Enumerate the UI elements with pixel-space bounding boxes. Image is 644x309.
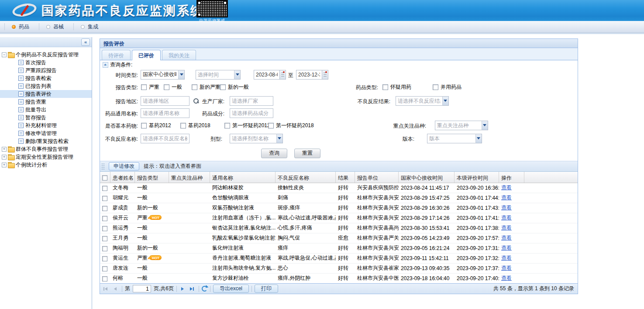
- refresh-icon[interactable]: [202, 286, 207, 292]
- row-checkbox[interactable]: [102, 216, 107, 221]
- tree-expander-icon[interactable]: +: [2, 163, 7, 167]
- table-row[interactable]: 陶福明 新的一般 氯化钾注射液 瘙痒 好转 桂林市兴安县兴安两... 2023-…: [100, 243, 578, 253]
- menu-item-drug[interactable]: 药品: [4, 23, 39, 30]
- sidebar-tree-item[interactable]: + 群体不良事件报告管理: [0, 145, 92, 153]
- row-checkbox[interactable]: [102, 206, 107, 211]
- sidebar-tree-item[interactable]: 报告查重: [0, 98, 92, 106]
- result-select[interactable]: [396, 96, 449, 106]
- col-generic-name[interactable]: 通用名称: [210, 172, 276, 183]
- focus-species-select[interactable]: [435, 121, 488, 130]
- sidebar-tree-item[interactable]: 报告表评价: [0, 90, 92, 98]
- sidebar-tree-item[interactable]: 报告表检索: [0, 74, 92, 82]
- calendar-icon[interactable]: [280, 70, 286, 80]
- chevron-down-icon[interactable]: [178, 70, 185, 80]
- checkbox-first-suspect-2012[interactable]: [224, 123, 230, 128]
- focus-species-input[interactable]: [435, 121, 482, 130]
- checkbox-severe[interactable]: [141, 84, 147, 90]
- col-focus-species[interactable]: 重点关注品种: [169, 172, 210, 183]
- view-link[interactable]: 查看: [501, 225, 512, 231]
- manufacturer-input[interactable]: [230, 96, 273, 106]
- table-row[interactable]: 王月勇 一般 乳酸左氧氟沙星氯化钠注射液 胸闷,气促 痊愈 桂林市兴安县严关镇.…: [100, 233, 578, 243]
- view-link[interactable]: 查看: [501, 275, 512, 281]
- time-select-input[interactable]: [196, 70, 234, 80]
- col-reaction-name[interactable]: 不良反应名称: [276, 172, 336, 183]
- tree-expander-icon[interactable]: +: [2, 147, 7, 152]
- table-row[interactable]: 唐发连 一般 注射用头孢呋辛钠,复方氨... 恶心 好转 桂林市兴安县崔家乡..…: [100, 264, 578, 274]
- last-page-icon[interactable]: [189, 285, 196, 292]
- checkbox-general[interactable]: [164, 84, 169, 90]
- table-row[interactable]: 何榕 一般 复方沙棘籽油栓 瘙痒,外阴红肿 好转 桂林市兴安县中医医院 2023…: [100, 274, 578, 283]
- sidebar-tree-item[interactable]: 删除/重复报告检索: [0, 137, 92, 145]
- view-link[interactable]: 查看: [501, 245, 512, 251]
- sidebar-tree-item[interactable]: 暂存报告: [0, 114, 92, 122]
- generic-name-input[interactable]: [141, 108, 189, 118]
- sidebar-tree-item[interactable]: 首次报告: [0, 59, 92, 66]
- next-page-icon[interactable]: [179, 285, 186, 292]
- table-row[interactable]: 文冬梅 一般 阿达帕林凝胶 接触性皮炎 好转 兴安县疾病预防控制... 2023…: [100, 183, 578, 193]
- dosage-form-select[interactable]: [230, 134, 283, 143]
- collapse-section-icon[interactable]: «: [103, 62, 108, 68]
- table-row[interactable]: 熊运秀 一般 银杏达莫注射液,氯化钠注... 心慌,多汗,疼痛 好转 桂林市兴安…: [100, 223, 578, 233]
- sidebar-tree-item[interactable]: 批量导出: [0, 106, 92, 114]
- sidebar-tree-item[interactable]: 已报告列表: [0, 82, 92, 90]
- table-row[interactable]: 侯开云 严重HOT 注射用血塞通（冻干）,氯... 寒战,心动过速,呼吸困难,高…: [100, 213, 578, 223]
- row-checkbox[interactable]: [102, 226, 107, 231]
- col-received-time[interactable]: 国家中心接收时间: [399, 172, 455, 183]
- time-type-select[interactable]: [141, 70, 185, 80]
- version-select[interactable]: [427, 134, 482, 143]
- tree-expander-icon[interactable]: +: [2, 155, 7, 160]
- menu-item-integration[interactable]: 集成: [73, 23, 108, 30]
- dosage-form-input[interactable]: [230, 134, 276, 143]
- sidebar-tree-item[interactable]: + 定期安全性更新报告管理: [0, 153, 92, 161]
- row-checkbox[interactable]: [102, 246, 107, 251]
- view-link[interactable]: 查看: [501, 235, 512, 241]
- sidebar-collapse-button[interactable]: «: [81, 38, 90, 46]
- view-link[interactable]: 查看: [501, 215, 512, 221]
- tab-evaluated[interactable]: 已评价: [132, 50, 161, 60]
- prev-page-icon[interactable]: [112, 285, 119, 292]
- export-excel-button[interactable]: 导出excel: [213, 285, 249, 293]
- sidebar-tree-item[interactable]: + 个例统计分析: [0, 161, 92, 169]
- sidebar-tree-item[interactable]: 修改申请管理: [0, 129, 92, 137]
- table-row[interactable]: 胡耀元 一般 色甘酸钠滴眼液 刺痛 好转 桂林市兴安县兴安两... 2023-0…: [100, 193, 578, 203]
- view-link[interactable]: 查看: [501, 184, 512, 191]
- checkbox-essential-2012[interactable]: [141, 123, 147, 128]
- reaction-name-input[interactable]: [141, 134, 189, 143]
- date-from-input[interactable]: [254, 70, 280, 80]
- time-select[interactable]: [196, 70, 241, 80]
- view-link[interactable]: 查看: [501, 194, 512, 201]
- search-button[interactable]: 查询: [261, 149, 287, 158]
- row-checkbox[interactable]: [102, 276, 107, 281]
- calendar-icon[interactable]: [322, 70, 328, 80]
- chevron-down-icon[interactable]: [234, 70, 241, 80]
- chevron-down-icon[interactable]: [475, 134, 482, 143]
- table-row[interactable]: 黄运生 严重HOT 香丹注射液,葡萄糖注射液 寒战,呼吸急促,心动过速,高热 好…: [100, 253, 578, 264]
- time-type-value[interactable]: [141, 70, 178, 80]
- row-checkbox[interactable]: [102, 236, 107, 241]
- page-number-input[interactable]: [133, 285, 151, 292]
- col-evaluated-time[interactable]: 本级评价时间: [455, 172, 499, 183]
- region-input[interactable]: [141, 96, 189, 106]
- chevron-down-icon[interactable]: [482, 121, 488, 130]
- tree-expander-icon[interactable]: −: [2, 52, 7, 57]
- col-patient-name[interactable]: 患者姓名: [110, 172, 135, 183]
- col-actions[interactable]: 操作: [499, 172, 524, 183]
- ingredient-input[interactable]: [230, 108, 273, 118]
- select-all-checkbox[interactable]: [102, 175, 107, 181]
- row-checkbox[interactable]: [102, 196, 107, 201]
- col-report-unit[interactable]: 报告单位: [355, 172, 399, 183]
- row-checkbox[interactable]: [102, 266, 107, 271]
- sidebar-tree-item[interactable]: 补充材料管理: [0, 122, 92, 129]
- tab-my-focus[interactable]: 我的关注: [162, 50, 196, 60]
- view-link[interactable]: 查看: [501, 255, 512, 261]
- menu-item-device[interactable]: 器械: [39, 23, 73, 30]
- reset-button[interactable]: 重置: [294, 149, 320, 158]
- checkbox-concomitant-drug[interactable]: [433, 84, 438, 90]
- apply-modify-button[interactable]: 申请修改: [109, 162, 139, 170]
- version-input[interactable]: [427, 134, 475, 143]
- row-checkbox[interactable]: [102, 256, 107, 261]
- table-row[interactable]: 廖成贵 新的一般 双氯芬酸钠注射液 斑疹,瘙痒 好转 桂林市兴安县兴安两... …: [100, 203, 578, 213]
- col-result[interactable]: 结果: [336, 172, 355, 183]
- view-link[interactable]: 查看: [501, 205, 512, 211]
- result-input[interactable]: [396, 96, 442, 106]
